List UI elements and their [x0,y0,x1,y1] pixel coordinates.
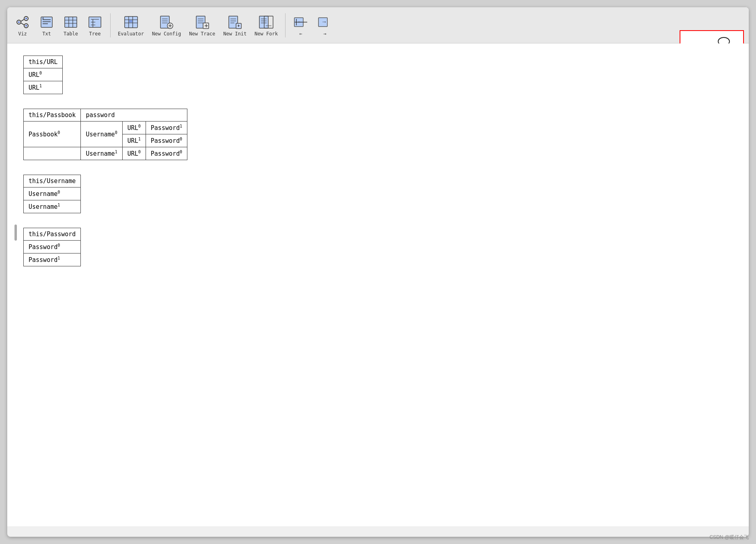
cell: URL1 [122,134,146,147]
table-row: this/Passbook password [24,109,187,122]
cell: password [81,109,187,122]
toolbar-item-new-config[interactable]: New Config [149,12,184,38]
cell: Username0 [81,122,122,147]
passbook-table: this/Passbook password Passbook0 Usernam… [23,109,187,160]
cell: Username1 [24,200,81,213]
table-row: this/URL [24,56,63,68]
table-label: Table [64,31,78,37]
arrow-left-label: ← [299,31,302,37]
separator-2 [285,13,286,37]
toolbar-item-txt[interactable]: A Txt [35,12,58,38]
svg-line-4 [21,23,24,25]
new-init-label: New Init [223,31,247,37]
new-trace-label: New Trace [189,31,215,37]
cell: URL0 [122,147,146,160]
table-row: this/Username [24,175,81,188]
svg-point-6 [25,18,27,19]
toolbar-item-arrow-left[interactable]: ← ← [290,12,312,38]
table-icon [63,14,79,30]
toolbar-item-tree[interactable]: Tree [84,12,106,38]
viz-icon [14,14,31,30]
viz-label: Viz [18,31,27,37]
evaluator-label: Evaluator [118,31,144,37]
table-row: Password1 [24,253,81,266]
new-fork-icon [258,14,274,30]
arrow-right-icon: → [317,14,333,30]
cell: Password1 [24,253,81,266]
watermark: CSDN @暖仔会飞 [709,534,749,537]
svg-rect-50 [259,16,268,28]
arrow-left-icon: ← [293,14,309,30]
cell: this/Passbook [24,109,81,122]
new-init-icon [227,14,243,30]
side-indicator [14,225,17,241]
cell: Password0 [146,147,187,160]
new-trace-icon [194,14,210,30]
new-config-icon [158,14,175,30]
toolbar-item-table[interactable]: Table [60,12,82,38]
cell: URL0 [24,68,63,81]
cell: this/Username [24,175,81,188]
cell: Password0 [24,241,81,253]
toolbar: Viz A Txt [7,7,749,43]
table-row: URL0 [24,68,63,81]
table-row: Passbook0 Username0 URL0 Password1 [24,122,187,134]
table-row: URL1 [24,81,63,94]
cell: this/URL [24,56,63,68]
main-window: Viz A Txt [7,7,749,537]
toolbar-item-new-init[interactable]: New Init [220,12,250,38]
password-table: this/Password Password0 Password1 [23,228,81,266]
table-row: this/Password [24,228,81,241]
table-row: Username1 [24,200,81,213]
tree-label: Tree [89,31,101,37]
cell [24,147,81,160]
arrow-right-label: → [323,31,326,37]
svg-text:→: → [321,19,327,25]
toolbar-item-viz[interactable]: Viz [11,12,34,38]
svg-point-7 [25,25,27,27]
cell: Username0 [24,188,81,200]
table-row: Username1 URL0 Password0 [24,147,187,160]
cell: this/Password [24,228,81,241]
tree-icon [87,14,103,30]
content-area: this/URL URL0 URL1 this/Passbook passwor… [7,43,749,526]
evaluator-icon [123,14,139,30]
cell: Password0 [146,134,187,147]
separator-1 [110,13,111,37]
toolbar-item-new-trace[interactable]: New Trace [186,12,218,38]
txt-label: Txt [42,31,51,37]
new-config-label: New Config [152,31,181,37]
toolbar-item-arrow-right[interactable]: → → [314,12,336,38]
toolbar-item-new-fork[interactable]: New Fork [251,12,281,38]
svg-rect-13 [65,17,77,27]
new-fork-label: New Fork [255,31,278,37]
url-table: this/URL URL0 URL1 [23,56,63,94]
username-table: this/Username Username0 Username1 [23,175,81,213]
toolbar-item-evaluator[interactable]: Evaluator [115,12,147,38]
cell: Password1 [146,122,187,134]
cell: Passbook0 [24,122,81,147]
svg-rect-28 [129,20,132,23]
table-row: Password0 [24,241,81,253]
cell: URL1 [24,81,63,94]
cell: URL0 [122,122,146,134]
table-row: Username0 [24,188,81,200]
txt-icon: A [39,14,55,30]
cell: Username1 [81,147,122,160]
svg-text:←: ← [297,19,303,25]
svg-point-5 [18,21,20,23]
svg-line-3 [21,19,24,21]
